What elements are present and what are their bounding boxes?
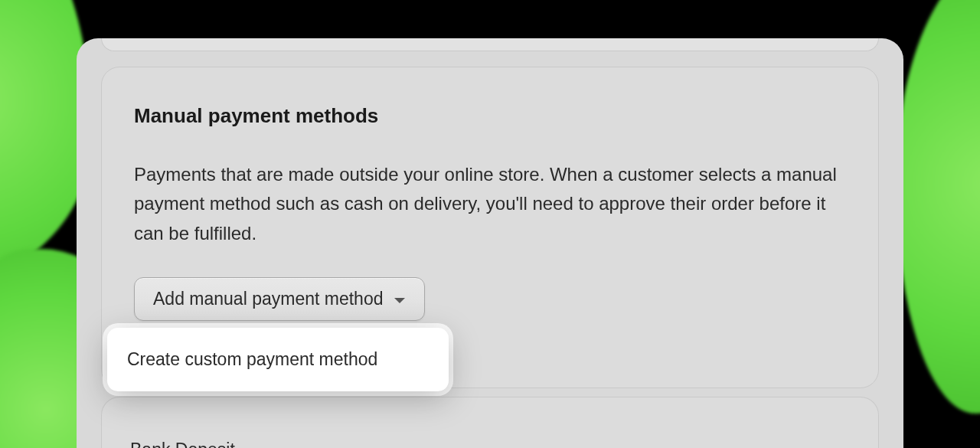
settings-panel: Manual payment methods Payments that are… bbox=[77, 38, 903, 448]
chevron-down-icon bbox=[394, 289, 406, 309]
payment-method-dropdown-menu: Create custom payment method bbox=[107, 328, 449, 391]
decorative-blob bbox=[896, 0, 980, 414]
button-label: Add manual payment method bbox=[153, 289, 383, 309]
section-description: Payments that are made outside your onli… bbox=[134, 160, 838, 248]
previous-card-peek bbox=[101, 38, 879, 51]
create-custom-payment-item[interactable]: Create custom payment method bbox=[107, 335, 449, 384]
section-title: Manual payment methods bbox=[134, 104, 846, 128]
bank-deposit-item[interactable]: Bank Deposit bbox=[130, 440, 235, 448]
add-manual-payment-button[interactable]: Add manual payment method bbox=[134, 277, 425, 321]
